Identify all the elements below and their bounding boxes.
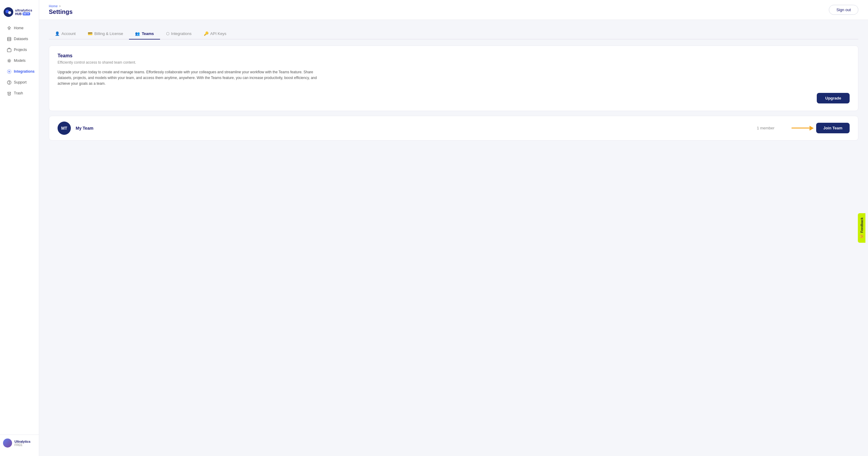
sidebar-item-integrations[interactable]: Integrations xyxy=(3,66,36,77)
user-name: Ultralytics xyxy=(14,440,30,443)
tab-account[interactable]: 👤 Account xyxy=(49,28,82,39)
team-members-count: 1 member xyxy=(757,126,775,130)
models-icon xyxy=(7,58,11,63)
teams-card-title: Teams xyxy=(58,53,849,58)
projects-icon xyxy=(7,47,11,52)
billing-tab-icon: 💳 xyxy=(88,31,93,36)
logo-icon xyxy=(4,7,13,17)
tab-billing-label: Billing & License xyxy=(94,31,123,36)
join-team-button[interactable]: Join Team xyxy=(816,123,849,133)
teams-tab-icon: 👥 xyxy=(135,31,140,36)
sidebar-item-projects[interactable]: Projects xyxy=(3,45,36,55)
arrow-head xyxy=(809,126,814,131)
integrations-icon xyxy=(7,69,11,74)
breadcrumb: Home > xyxy=(49,4,73,8)
svg-point-2 xyxy=(8,11,11,14)
user-profile[interactable]: Ultralytics FREE xyxy=(0,435,39,451)
sidebar-item-models[interactable]: Models xyxy=(3,56,36,66)
account-tab-icon: 👤 xyxy=(55,31,60,36)
tab-integrations[interactable]: ⬡ Integrations xyxy=(160,28,198,39)
tab-billing[interactable]: 💳 Billing & License xyxy=(82,28,129,39)
tab-api-keys[interactable]: 🔑 API Keys xyxy=(198,28,232,39)
breadcrumb-separator: > xyxy=(59,4,61,8)
team-avatar: MT xyxy=(58,121,71,135)
sidebar: ultralytics HUB BETA Home Datasets Proje… xyxy=(0,0,39,456)
tab-integrations-label: Integrations xyxy=(171,31,192,36)
logo-hub-text: HUB BETA xyxy=(15,12,32,16)
feedback-label: Feedback xyxy=(860,218,864,233)
svg-point-10 xyxy=(9,83,9,84)
beta-badge: BETA xyxy=(23,12,30,16)
join-team-area: Join Team xyxy=(792,123,849,133)
feedback-tab[interactable]: 😊 Feedback xyxy=(858,213,866,243)
upgrade-button[interactable]: Upgrade xyxy=(817,93,849,104)
api-keys-tab-icon: 🔑 xyxy=(204,31,209,36)
sidebar-item-support[interactable]: Support xyxy=(3,77,36,87)
tab-teams-label: Teams xyxy=(142,31,154,36)
integrations-tab-icon: ⬡ xyxy=(166,31,169,36)
arrow-indicator xyxy=(792,126,814,131)
team-row-card: MT My Team 1 member Join Team xyxy=(49,116,858,141)
home-icon xyxy=(7,26,11,30)
feedback-icon: 😊 xyxy=(860,234,864,238)
sign-out-button[interactable]: Sign out xyxy=(829,5,858,15)
top-header: Home > Settings Sign out xyxy=(39,0,868,20)
user-plan: FREE xyxy=(14,443,30,447)
svg-rect-3 xyxy=(7,37,10,40)
sidebar-item-trash[interactable]: Trash xyxy=(3,88,36,98)
svg-point-8 xyxy=(8,71,10,72)
breadcrumb-home-link[interactable]: Home xyxy=(49,4,58,8)
settings-tabs: 👤 Account 💳 Billing & License 👥 Teams ⬡ … xyxy=(49,28,858,39)
arrow-line xyxy=(792,127,809,129)
page-title: Settings xyxy=(49,8,73,16)
team-name: My Team xyxy=(76,126,752,131)
teams-card-subtitle: Efficiently control access to shared tea… xyxy=(58,60,849,64)
tab-teams[interactable]: 👥 Teams xyxy=(129,28,160,39)
tab-api-keys-label: API Keys xyxy=(210,31,226,36)
content-area: 👤 Account 💳 Billing & License 👥 Teams ⬡ … xyxy=(39,20,868,149)
datasets-icon xyxy=(7,36,11,41)
svg-rect-6 xyxy=(7,49,11,52)
breadcrumb-area: Home > Settings xyxy=(49,4,73,16)
main-content: Home > Settings Sign out 👤 Account 💳 Bil… xyxy=(39,0,868,456)
sidebar-item-datasets[interactable]: Datasets xyxy=(3,34,36,44)
sidebar-item-home[interactable]: Home xyxy=(3,23,36,33)
sidebar-nav: Home Datasets Projects Models Integratio… xyxy=(0,23,39,435)
support-icon xyxy=(7,80,11,85)
teams-card-body: Upgrade your plan today to create and ma… xyxy=(58,69,329,87)
tab-account-label: Account xyxy=(61,31,76,36)
trash-icon xyxy=(7,91,11,95)
logo-ultralytics-text: ultralytics xyxy=(15,8,32,12)
logo: ultralytics HUB BETA xyxy=(0,5,39,23)
svg-point-7 xyxy=(8,60,10,61)
avatar xyxy=(3,438,12,448)
teams-info-card: Teams Efficiently control access to shar… xyxy=(49,46,858,111)
